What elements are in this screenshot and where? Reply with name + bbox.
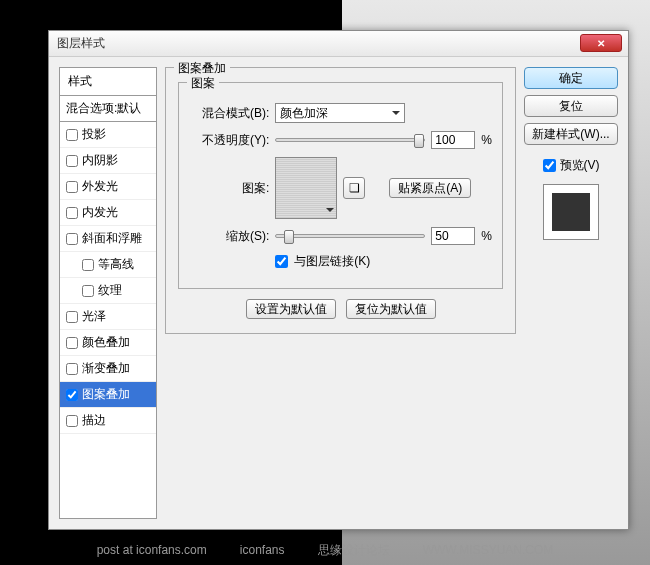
slider-thumb[interactable] (414, 134, 424, 148)
style-item-inner-shadow[interactable]: 内阴影 (60, 148, 156, 174)
scale-input[interactable] (431, 227, 475, 245)
main-panel: 图案叠加 图案 混合模式(B): 颜色加深 不透明度(Y): % 图案: (165, 67, 516, 519)
style-item-inner-glow[interactable]: 内发光 (60, 200, 156, 226)
blend-options-item[interactable]: 混合选项:默认 (60, 96, 156, 122)
opacity-input[interactable] (431, 131, 475, 149)
style-item-texture[interactable]: 纹理 (60, 278, 156, 304)
style-item-color-overlay[interactable]: 颜色叠加 (60, 330, 156, 356)
slider-thumb[interactable] (284, 230, 294, 244)
checkbox[interactable] (66, 155, 78, 167)
dialog-title: 图层样式 (57, 35, 105, 52)
close-button[interactable]: ✕ (580, 34, 622, 52)
pattern-fieldset: 图案 混合模式(B): 颜色加深 不透明度(Y): % 图案: (178, 82, 503, 289)
percent-label: % (481, 229, 492, 243)
titlebar[interactable]: 图层样式 ✕ (49, 31, 628, 57)
preview-checkbox[interactable] (543, 159, 556, 172)
checkbox[interactable] (82, 285, 94, 297)
reset-default-button[interactable]: 复位为默认值 (346, 299, 436, 319)
style-item-bevel[interactable]: 斜面和浮雕 (60, 226, 156, 252)
pattern-label: 图案: (189, 180, 269, 197)
scale-label: 缩放(S): (189, 228, 269, 245)
new-style-button[interactable]: 新建样式(W)... (524, 123, 618, 145)
link-layer-checkbox[interactable] (275, 255, 288, 268)
style-item-gradient-overlay[interactable]: 渐变叠加 (60, 356, 156, 382)
snap-origin-button[interactable]: 贴紧原点(A) (389, 178, 471, 198)
style-item-outer-glow[interactable]: 外发光 (60, 174, 156, 200)
opacity-label: 不透明度(Y): (189, 132, 269, 149)
checkbox[interactable] (66, 363, 78, 375)
pattern-title: 图案 (187, 75, 219, 92)
scale-slider[interactable] (275, 234, 425, 238)
checkbox[interactable] (66, 337, 78, 349)
checkbox[interactable] (66, 415, 78, 427)
side-panel: 确定 复位 新建样式(W)... 预览(V) (524, 67, 618, 519)
footer: post at iconfans.com iconfans 思缘设计论坛 WWW… (0, 542, 650, 559)
style-item-satin[interactable]: 光泽 (60, 304, 156, 330)
new-preset-icon: ❏ (349, 181, 360, 195)
checkbox[interactable] (82, 259, 94, 271)
pattern-overlay-group: 图案叠加 图案 混合模式(B): 颜色加深 不透明度(Y): % 图案: (165, 67, 516, 334)
blend-mode-label: 混合模式(B): (189, 105, 269, 122)
preview-label: 预览(V) (560, 157, 600, 174)
checkbox[interactable] (66, 207, 78, 219)
blend-mode-select[interactable]: 颜色加深 (275, 103, 405, 123)
checkbox[interactable] (66, 129, 78, 141)
style-item-stroke[interactable]: 描边 (60, 408, 156, 434)
percent-label: % (481, 133, 492, 147)
pattern-picker[interactable] (275, 157, 337, 219)
layer-style-dialog: 图层样式 ✕ 样式 混合选项:默认 投影 内阴影 外发光 内发光 斜面和浮雕 等… (48, 30, 629, 530)
style-item-contour[interactable]: 等高线 (60, 252, 156, 278)
styles-list: 混合选项:默认 投影 内阴影 外发光 内发光 斜面和浮雕 等高线 纹理 光泽 颜… (60, 96, 156, 518)
styles-header[interactable]: 样式 (60, 68, 156, 96)
cancel-button[interactable]: 复位 (524, 95, 618, 117)
set-default-button[interactable]: 设置为默认值 (246, 299, 336, 319)
checkbox[interactable] (66, 389, 78, 401)
preview-swatch (543, 184, 599, 240)
checkbox[interactable] (66, 311, 78, 323)
new-preset-button[interactable]: ❏ (343, 177, 365, 199)
opacity-slider[interactable] (275, 138, 425, 142)
style-item-pattern-overlay[interactable]: 图案叠加 (60, 382, 156, 408)
preview-inner (552, 193, 590, 231)
styles-panel: 样式 混合选项:默认 投影 内阴影 外发光 内发光 斜面和浮雕 等高线 纹理 光… (59, 67, 157, 519)
checkbox[interactable] (66, 181, 78, 193)
link-layer-label: 与图层链接(K) (294, 253, 370, 270)
style-item-drop-shadow[interactable]: 投影 (60, 122, 156, 148)
checkbox[interactable] (66, 233, 78, 245)
ok-button[interactable]: 确定 (524, 67, 618, 89)
close-icon: ✕ (597, 38, 605, 49)
